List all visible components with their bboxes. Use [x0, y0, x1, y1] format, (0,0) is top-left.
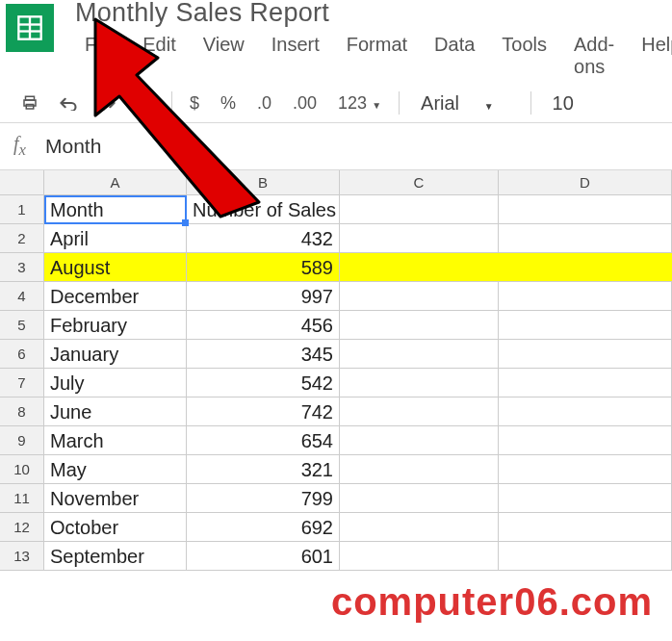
cell[interactable]: Number of Sales — [187, 195, 340, 223]
cell[interactable] — [499, 282, 672, 310]
table-row: 4 December 997 — [0, 282, 672, 311]
fx-icon: fx — [13, 133, 26, 160]
menu-insert[interactable]: Insert — [258, 30, 333, 82]
cell[interactable] — [499, 253, 672, 281]
cell[interactable] — [340, 340, 499, 368]
cell[interactable] — [340, 397, 499, 425]
cell[interactable]: Month — [44, 195, 187, 223]
row-header[interactable]: 3 — [0, 253, 44, 281]
sheets-logo — [6, 4, 54, 52]
spreadsheet-grid[interactable]: A B C D 1 Month Number of Sales 2 April … — [0, 170, 672, 571]
cell[interactable]: November — [44, 484, 187, 512]
cell[interactable] — [499, 455, 672, 483]
cell[interactable]: 432 — [187, 224, 340, 252]
paint-format-button[interactable] — [133, 91, 158, 115]
cell[interactable] — [340, 542, 499, 570]
cell[interactable] — [499, 340, 672, 368]
separator — [530, 91, 531, 115]
increase-decimal-button[interactable]: .00 — [289, 93, 321, 114]
doc-title[interactable]: Monthly Sales Report — [75, 0, 672, 28]
cell[interactable]: March — [44, 426, 187, 454]
cell[interactable] — [340, 484, 499, 512]
row-header[interactable]: 5 — [0, 311, 44, 339]
cell[interactable]: August — [44, 253, 187, 281]
cell[interactable] — [340, 253, 499, 281]
font-family-select[interactable]: Arial ▼ — [413, 92, 516, 115]
table-row: 2 April 432 — [0, 224, 672, 253]
cell[interactable]: January — [44, 340, 187, 368]
cell[interactable] — [499, 484, 672, 512]
col-header-c[interactable]: C — [340, 170, 499, 194]
formula-input[interactable]: Month — [45, 135, 101, 158]
undo-button[interactable] — [56, 91, 81, 115]
cell[interactable] — [340, 513, 499, 541]
cell[interactable] — [340, 455, 499, 483]
row-header[interactable]: 13 — [0, 542, 44, 570]
cell[interactable] — [340, 369, 499, 397]
font-size-select[interactable]: 10 — [545, 92, 582, 115]
currency-button[interactable]: $ — [186, 93, 203, 114]
cell[interactable]: 654 — [187, 426, 340, 454]
cell[interactable]: 997 — [187, 282, 340, 310]
cell[interactable]: 542 — [187, 369, 340, 397]
menu-data[interactable]: Data — [421, 30, 488, 82]
decrease-decimal-button[interactable]: .0 — [253, 93, 275, 114]
row-header[interactable]: 6 — [0, 340, 44, 368]
row-header[interactable]: 7 — [0, 369, 44, 397]
cell[interactable]: February — [44, 311, 187, 339]
cell[interactable]: May — [44, 455, 187, 483]
cell[interactable]: 799 — [187, 484, 340, 512]
cell[interactable]: 692 — [187, 513, 340, 541]
cell[interactable] — [340, 311, 499, 339]
cell[interactable] — [499, 513, 672, 541]
cell[interactable] — [340, 426, 499, 454]
row-header[interactable]: 2 — [0, 224, 44, 252]
row-header[interactable]: 11 — [0, 484, 44, 512]
cell[interactable] — [340, 282, 499, 310]
cell[interactable]: 742 — [187, 397, 340, 425]
cell[interactable]: 589 — [187, 253, 340, 281]
table-row: 6 January 345 — [0, 340, 672, 369]
cell[interactable] — [340, 224, 499, 252]
cell[interactable]: December — [44, 282, 187, 310]
number-format-button[interactable]: 123 ▼ — [334, 93, 385, 114]
cell[interactable] — [499, 426, 672, 454]
row-header[interactable]: 4 — [0, 282, 44, 310]
cell[interactable] — [499, 397, 672, 425]
menu-tools[interactable]: Tools — [488, 30, 560, 82]
row-header[interactable]: 9 — [0, 426, 44, 454]
menu-addons[interactable]: Add-ons — [560, 30, 628, 82]
cell[interactable]: 456 — [187, 311, 340, 339]
menu-format[interactable]: Format — [333, 30, 421, 82]
print-button[interactable] — [17, 91, 42, 115]
row-header[interactable]: 8 — [0, 397, 44, 425]
cell[interactable] — [499, 369, 672, 397]
select-all-corner[interactable] — [0, 170, 44, 194]
cell[interactable] — [499, 542, 672, 570]
menu-view[interactable]: View — [190, 30, 258, 82]
cell[interactable]: 601 — [187, 542, 340, 570]
cell[interactable]: 345 — [187, 340, 340, 368]
row-header[interactable]: 1 — [0, 195, 44, 223]
cell[interactable]: July — [44, 369, 187, 397]
cell[interactable]: April — [44, 224, 187, 252]
cell[interactable] — [499, 224, 672, 252]
menu-bar: File Edit View Insert Format Data Tools … — [71, 30, 672, 82]
cell[interactable]: September — [44, 542, 187, 570]
col-header-a[interactable]: A — [44, 170, 187, 194]
col-header-d[interactable]: D — [499, 170, 672, 194]
cell[interactable]: 321 — [187, 455, 340, 483]
row-header[interactable]: 10 — [0, 455, 44, 483]
menu-help[interactable]: Help — [628, 30, 672, 82]
row-header[interactable]: 12 — [0, 513, 44, 541]
menu-edit[interactable]: Edit — [129, 30, 189, 82]
cell[interactable]: October — [44, 513, 187, 541]
cell[interactable] — [499, 195, 672, 223]
cell[interactable] — [340, 195, 499, 223]
menu-file[interactable]: File — [71, 30, 129, 82]
percent-button[interactable]: % — [217, 93, 240, 114]
cell[interactable]: June — [44, 397, 187, 425]
redo-button[interactable] — [94, 91, 119, 115]
col-header-b[interactable]: B — [187, 170, 340, 194]
cell[interactable] — [499, 311, 672, 339]
